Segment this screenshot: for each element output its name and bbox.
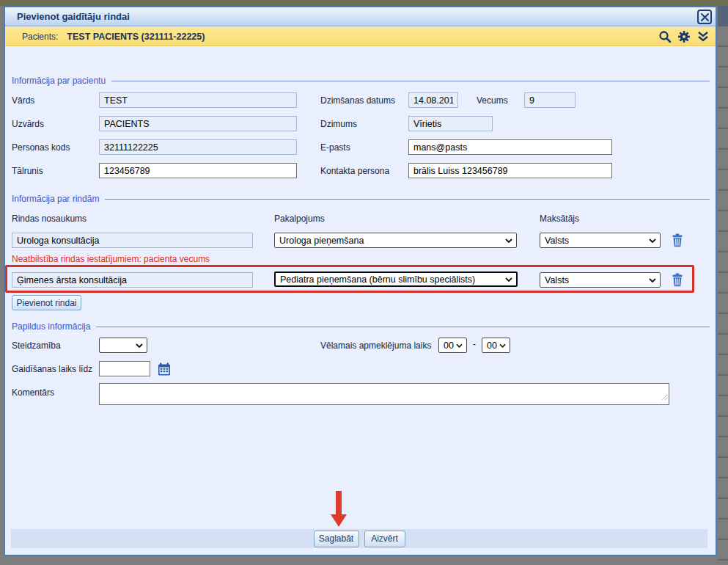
close-button[interactable]: Aizvērt (364, 531, 405, 547)
dzimums-input (408, 116, 493, 131)
chevron-down-icon (136, 343, 143, 348)
queue-row-service-select[interactable]: Pediatra pieņemšana (bērnu slimību speci… (274, 271, 518, 287)
time-to-select[interactable]: 00 (482, 338, 510, 353)
kontakta-persona-input[interactable] (408, 163, 612, 178)
section-title: Papildus informācija (12, 321, 90, 332)
dialog-content: Informācija par pacientu Vārds Dzimšanas… (5, 46, 716, 555)
dialog-titlebar: Pievienot gaidītāju rindai (5, 7, 716, 26)
personas-kods-input (99, 139, 297, 155)
velamais-laiks-label: Vēlamais apmeklējuma laiks (320, 340, 431, 351)
queue-row-payer-select[interactable]: Valsts (540, 272, 661, 288)
section-divider (111, 81, 710, 81)
vards-input (99, 92, 297, 108)
steidzamiba-select[interactable] (99, 338, 147, 353)
time-separator: - (473, 339, 476, 349)
section-divider (96, 327, 710, 327)
chevron-down-icon (505, 277, 512, 282)
queue-warning-text: Neatbilstība rindas iestatījumiem: pacie… (12, 254, 210, 264)
chevron-down-icon (499, 343, 506, 348)
column-header-name: Rindas nosaukums (12, 214, 87, 224)
gaidisanas-laiks-input[interactable] (99, 361, 150, 376)
uzvards-input (99, 116, 297, 131)
komentars-textarea[interactable] (99, 383, 669, 405)
queue-row-name-input (12, 233, 253, 248)
trash-icon[interactable] (670, 273, 684, 287)
save-button[interactable]: Saglabāt (314, 531, 359, 547)
personas-kods-label: Personas kods (12, 142, 70, 153)
queue-row-payer-select[interactable]: Valsts (540, 233, 661, 248)
komentars-label: Komentārs (12, 387, 54, 398)
uzvards-label: Uzvārds (12, 119, 44, 129)
patient-name-value: TEST PACIENTS (321111-22225) (67, 32, 205, 42)
vecums-input (524, 92, 576, 108)
section-divider (105, 199, 710, 200)
epasts-label: E-pasts (320, 142, 350, 153)
section-title: Informācija par rindām (12, 194, 99, 204)
trash-icon[interactable] (670, 233, 684, 247)
queue-row-name-input (12, 272, 253, 288)
add-to-waiting-list-dialog: Pievienot gaidītāju rindai Pacients: TES… (4, 6, 717, 556)
resize-grip-icon[interactable] (661, 390, 668, 404)
talrunis-input[interactable] (99, 163, 297, 178)
column-header-payer: Maksātājs (540, 214, 579, 224)
vards-label: Vārds (12, 95, 34, 106)
time-from-select[interactable]: 00 (438, 338, 467, 353)
dzimums-label: Dzimums (320, 119, 357, 129)
search-icon[interactable] (658, 30, 672, 44)
patient-bar: Pacients: TEST PACIENTS (321111-22225) (5, 27, 716, 46)
chevron-down-icon (649, 278, 656, 282)
dzimsanas-datums-label: Dzimšanas datums (320, 95, 395, 106)
chevron-down-icon (456, 343, 463, 348)
right-scrollbar-track[interactable] (718, 6, 728, 565)
chevron-down-icon (649, 238, 656, 243)
gear-icon[interactable] (677, 30, 691, 44)
talrunis-label: Tālrunis (12, 166, 43, 176)
patient-label: Pacients: (22, 32, 58, 42)
footer-button-band: Saglabāt Aizvērt (11, 529, 707, 548)
gaidisanas-laiks-label: Gaidīšanas laiks līdz (12, 364, 92, 374)
queue-row-service-select[interactable]: Urologa pieņemšana (274, 233, 517, 248)
column-header-service: Pakalpojums (274, 214, 325, 224)
section-header-patient-info: Informācija par pacientu (12, 76, 710, 86)
add-queue-button[interactable]: Pievienot rindai (12, 295, 81, 310)
calendar-icon[interactable] (157, 362, 171, 376)
right-scrollbar-top (718, 6, 728, 26)
section-title: Informācija par pacientu (12, 76, 106, 86)
vecums-label: Vecums (477, 95, 508, 106)
close-icon[interactable] (697, 10, 712, 24)
steidzamiba-label: Steidzamība (12, 340, 61, 351)
section-header-additional-info: Papildus informācija (12, 321, 710, 332)
dzimsanas-datums-input (408, 92, 458, 108)
window-frame-top (0, 0, 728, 6)
chevron-down-icon (505, 238, 512, 243)
red-arrow-annotation (328, 491, 350, 531)
section-header-queue-info: Informācija par rindām (12, 194, 710, 204)
dialog-title: Pievienot gaidītāju rindai (17, 11, 130, 22)
epasts-input[interactable] (408, 139, 612, 155)
double-chevron-down-icon[interactable] (696, 30, 710, 44)
kontakta-persona-label: Kontakta persona (320, 166, 389, 176)
